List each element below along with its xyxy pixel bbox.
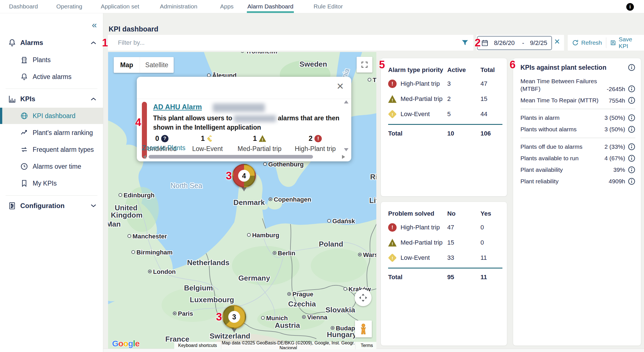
info-icon[interactable]	[628, 126, 635, 133]
kpi-row-plants-off: Plants off due to alarms 2 (33%)	[520, 141, 635, 152]
info-icon[interactable]	[628, 114, 635, 121]
scroll-right-icon[interactable]	[342, 155, 345, 159]
nav-tab-apps[interactable]: Apps	[220, 0, 234, 13]
clock-icon	[20, 163, 28, 170]
sidebar-item-label: Plants	[33, 56, 51, 64]
save-kpi-button[interactable]: Save KPI	[606, 35, 644, 51]
date-end[interactable]: 9/2/25	[530, 37, 547, 49]
city-dot-icon	[368, 78, 371, 82]
sidebar-item-active-alarms[interactable]: Active alarms	[0, 68, 103, 85]
chevron-up-icon	[91, 41, 96, 44]
map-label: Gdańsk	[327, 218, 355, 225]
table-row[interactable]: High-Plant trip 47 0	[388, 220, 502, 235]
plant-link[interactable]: AD AHU Alarm	[153, 103, 202, 111]
scroll-up-icon[interactable]	[344, 100, 348, 103]
info-icon[interactable]	[628, 85, 635, 92]
map-marker-cluster[interactable]: 3	[222, 305, 246, 329]
marker-count: 4	[238, 170, 250, 182]
table-header: Alarm type priority Active Total	[388, 64, 502, 76]
map[interactable]: TrondheimSwedenÅlesundBothniaTurNorth Se…	[108, 52, 376, 349]
info-icon[interactable]	[628, 143, 635, 150]
scroll-left-icon[interactable]	[143, 155, 146, 159]
map-label: Edinburgh	[118, 192, 155, 199]
terms-link[interactable]: Terms	[355, 343, 376, 348]
nav-tab-administration[interactable]: Administration	[159, 0, 198, 13]
sidebar-collapse-icon[interactable]: «	[92, 20, 97, 29]
total-row: Total 10 106	[388, 126, 502, 141]
redacted-text	[234, 115, 276, 122]
med-partial-trip-icon	[388, 238, 397, 247]
kpi-value: 4 (67%)	[604, 155, 628, 162]
zoom-to-plants-link[interactable]: Zoom to Plants	[142, 144, 185, 152]
nav-tab-dashboard[interactable]: Dashboard	[8, 0, 39, 13]
info-icon[interactable]	[628, 155, 635, 162]
sidebar-item-my-kpis[interactable]: My KPIs	[0, 175, 103, 192]
sidebar-item-frequent-alarm-types[interactable]: Frequent alarm types	[0, 141, 103, 158]
nav-tab-rule-editor[interactable]: Rule Editor	[313, 0, 343, 13]
refresh-button[interactable]: Refresh	[568, 35, 606, 51]
table-row[interactable]: Low-Event 5 44	[388, 107, 502, 122]
map-label: Warsaw	[358, 251, 376, 259]
table-row[interactable]: Low-Event 33 11	[388, 250, 502, 265]
sidebar-section-label: Alarms	[20, 39, 43, 47]
keyboard-shortcuts-link[interactable]: Keyboard shortcuts	[174, 343, 221, 348]
map-label: Vienna	[302, 314, 327, 321]
filter-input[interactable]	[108, 35, 467, 51]
info-icon[interactable]	[628, 64, 635, 71]
city-dot-icon	[128, 234, 131, 238]
kpi-row-plants-without-alarms: Plants without alarms 3 (50%)	[520, 123, 635, 135]
sidebar-section-kpis[interactable]: KPIs	[0, 91, 103, 107]
nav-tab-application-set[interactable]: Application set	[100, 0, 140, 13]
fullscreen-button[interactable]	[357, 57, 372, 73]
google-logo[interactable]: Google	[112, 339, 139, 348]
map-label: Czechia	[288, 300, 316, 308]
kpi-row-mtbf: Mean Time Between Failures (MTBF) -2645h	[520, 75, 635, 94]
column-total: Total	[480, 66, 502, 74]
map-button[interactable]: Map	[114, 57, 140, 73]
clear-date-icon[interactable]: ✕	[554, 38, 560, 45]
date-start[interactable]: 8/26/20	[494, 37, 515, 49]
info-icon[interactable]	[628, 166, 635, 173]
map-marker-cluster[interactable]: 4	[232, 164, 256, 188]
scrollbar-thumb[interactable]	[149, 155, 313, 159]
info-icon[interactable]	[628, 97, 635, 104]
sidebar-item-alarms-over-time[interactable]: Alarms over time	[0, 158, 103, 175]
sidebar-item-kpi-dashboard[interactable]: KPI dashboard	[0, 108, 103, 124]
map-label: Switzerland	[210, 332, 250, 340]
pan-control[interactable]	[355, 289, 372, 306]
low-event-icon	[388, 110, 397, 118]
sidebar-section-alarms[interactable]: Alarms	[0, 34, 103, 51]
popup-horizontal-scrollbar[interactable]	[143, 155, 345, 159]
table-row[interactable]: High-Plant trip 3 47	[388, 76, 502, 91]
redacted-text	[213, 103, 265, 112]
nav-tab-operating[interactable]: Operating	[56, 0, 83, 13]
city-dot-icon	[343, 287, 347, 291]
table-row[interactable]: Med-Partial trip 2 15	[388, 91, 502, 107]
info-icon[interactable]: i	[626, 3, 634, 11]
sidebar-section-configuration[interactable]: Configuration	[0, 197, 103, 214]
date-range-picker[interactable]: 8/26/20 - 9/2/25	[477, 36, 552, 50]
info-icon[interactable]	[628, 178, 635, 185]
city-dot-icon	[131, 250, 135, 254]
scroll-down-icon[interactable]	[344, 148, 348, 151]
city-dot-icon	[273, 251, 276, 255]
close-icon[interactable]: ✕	[336, 82, 344, 91]
kpi-value: 3 (50%)	[604, 114, 628, 121]
city-dot-icon	[287, 292, 291, 296]
annotation-2: 2	[475, 37, 480, 49]
stat-high-plant-trip: 2 High-Plant trip	[295, 134, 336, 153]
kpi-value: -2645h	[607, 86, 628, 92]
sidebar-item-label: My KPIs	[33, 180, 57, 187]
nav-tab-alarm-dashboard[interactable]: Alarm Dashboard	[247, 0, 294, 13]
swap-arrows-icon	[20, 146, 28, 154]
filter-funnel-icon[interactable]	[461, 39, 469, 47]
pegman-button[interactable]	[355, 321, 372, 337]
date-range-segment: 8/26/20 - 9/2/25 ✕	[477, 35, 564, 51]
sidebar-item-plants-alarm-ranking[interactable]: Plant's alarm ranking	[0, 124, 103, 141]
satellite-button[interactable]: Satellite	[140, 57, 174, 73]
map-label: Lit	[369, 196, 376, 205]
sidebar-section-label: Configuration	[20, 202, 64, 210]
map-label: Hamburg	[247, 232, 279, 239]
sidebar-item-plants[interactable]: Plants	[0, 51, 103, 68]
table-row[interactable]: Med-Partial trip 15 0	[388, 235, 502, 250]
